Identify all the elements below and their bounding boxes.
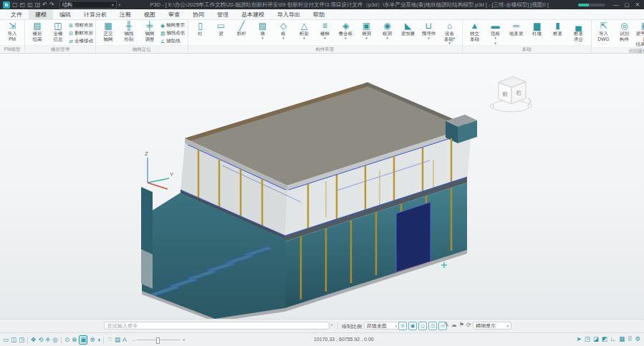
ribbon-button[interactable]: ◈叠合板▾ (336, 21, 356, 39)
zoom-slider-thumb[interactable] (156, 337, 160, 344)
wireframe-icon[interactable]: ⊙ (64, 336, 69, 344)
close-button[interactable]: ✕ (635, 1, 640, 9)
undo-icon[interactable]: ↶ (42, 1, 47, 9)
ribbon-button[interactable]: ╱斜杆 (232, 21, 252, 37)
command-input[interactable] (104, 322, 330, 330)
tab-6[interactable]: 审查 (162, 9, 186, 19)
minimize-button[interactable]: — (613, 1, 619, 9)
new-file-icon[interactable]: ▢ (12, 1, 18, 9)
window-select-icon[interactable]: ◳ (585, 335, 590, 343)
ribbon-button[interactable]: ≡楼梯▾ (315, 21, 335, 39)
tab-3[interactable]: 计算分析 (77, 9, 113, 19)
tab-0[interactable]: 文件 (4, 9, 29, 19)
pin-icon[interactable]: ▪ (119, 2, 120, 7)
sync-icon[interactable]: ⟳ (466, 322, 471, 329)
ribbon-button[interactable]: ▧轴线命名 (160, 29, 186, 37)
grid-icon[interactable]: ▦ (619, 335, 625, 343)
open-file-icon[interactable]: ◰ (20, 1, 26, 9)
render-mode-icon[interactable]: ▣ (79, 335, 87, 345)
ribbon-button[interactable]: ◣梁加腋 (398, 21, 418, 37)
ribbon-button[interactable]: ∠辅助线 (160, 37, 186, 45)
move-icon[interactable]: ✛ (45, 336, 50, 344)
display-mode-select[interactable]: 精细显示 ▾ (473, 322, 511, 330)
tab-9[interactable]: 基本建模 (235, 9, 271, 19)
ribbon-button[interactable]: ▦正交 轴网 (98, 21, 118, 42)
image-icon[interactable]: ▤ (115, 336, 120, 344)
ribbon-button[interactable]: ⇄全楼移动 (69, 37, 93, 45)
orbit-icon[interactable]: ⟲ (38, 336, 43, 344)
shaded-icon[interactable]: ⊕ (72, 336, 77, 344)
text-icon[interactable]: A (122, 336, 127, 344)
ribbon-button[interactable]: ▬筏板 *▾ (486, 21, 506, 44)
app-logo[interactable]: b (3, 1, 10, 9)
save-icon[interactable]: ◱ (27, 1, 33, 9)
box-toggle-icon[interactable]: ▣ (408, 322, 417, 330)
ribbon-button[interactable]: ⊔预埋件▾ (419, 21, 439, 39)
tab-11[interactable]: 帮助 (307, 9, 331, 19)
model-viewport[interactable]: Z Y 前 右 (0, 54, 644, 319)
cloud-icon[interactable]: ☁ (451, 322, 457, 329)
zoom-slider[interactable]: -+ (133, 337, 186, 343)
circle-toggle-icon[interactable]: ⊙ (398, 322, 407, 330)
save-as-icon[interactable]: ◲ (35, 1, 41, 9)
shadow-icon[interactable]: ◑ (97, 336, 100, 344)
collapse-button[interactable]: ^ (327, 322, 336, 330)
tab-5[interactable]: 视图 (138, 9, 162, 19)
window-toggle-icon[interactable]: ◫ (428, 322, 437, 330)
zoom-slider-track[interactable] (137, 340, 180, 340)
sketch-icon[interactable]: ◪ (593, 335, 599, 343)
tab-1[interactable]: 建模 (29, 9, 53, 19)
tab-8[interactable]: 管理 (211, 9, 235, 19)
cursor-icon[interactable]: ➤ (577, 335, 582, 343)
square-toggle-icon[interactable]: ◻ (418, 322, 427, 330)
favorite-icon[interactable]: ♡ (107, 336, 112, 344)
viewports-icon[interactable]: ◫ (11, 336, 16, 344)
ribbon-button[interactable]: ▭梁 (211, 21, 231, 37)
tab-2[interactable]: 编辑 (53, 9, 77, 19)
redo-icon[interactable]: ↷ (49, 1, 54, 9)
ribbon-button[interactable]: ⇲导入 PM (2, 21, 22, 42)
ribbon-button[interactable]: ◎识别 构件 (615, 21, 635, 42)
tab-4[interactable]: 注释 (113, 9, 138, 19)
ribbon-button[interactable]: ◫全楼 信息 (48, 21, 68, 42)
sheet-icon[interactable]: ▭ (3, 336, 9, 344)
ribbon-button[interactable]: ▮桩基 (548, 21, 568, 37)
document-selector[interactable]: 结构 ▾ (59, 1, 117, 9)
ribbon-button[interactable]: ◇板▾ (274, 21, 294, 39)
flag-icon[interactable]: ⚑ (459, 322, 464, 329)
ribbon-button[interactable]: ⊞增标准层 (69, 21, 93, 29)
ribbon-button[interactable]: ▤墙▾ (253, 21, 273, 39)
ribbon-button[interactable]: ▤楼层 组装 (27, 21, 47, 42)
ribbon-button[interactable]: ◉板洞▾ (378, 21, 398, 39)
tab-10[interactable]: 导入导出 (271, 9, 307, 19)
ribbon-button[interactable]: ╫轴线 绘制 (119, 21, 139, 42)
ribbon-button[interactable]: ▣墙洞▾ (357, 21, 377, 39)
settings-icon[interactable]: ⚙ (635, 335, 640, 343)
restore-button[interactable]: ▢ (625, 1, 630, 9)
pan-icon[interactable]: ✥ (31, 336, 36, 344)
angle-icon[interactable]: ∟ (610, 335, 616, 343)
ribbon-button[interactable]: ▄桩基 承台 (569, 21, 589, 42)
ribbon-button[interactable]: ▆柱墩 (527, 21, 547, 37)
ribbon-button[interactable]: △桁架▾ (294, 21, 314, 39)
ribbon-button[interactable]: ⌂设备 基础*▾ (440, 21, 460, 44)
window-tile-icon[interactable]: ◳ (19, 336, 24, 344)
ribbon-button[interactable]: ▣梁平法识别 结果查看 (635, 21, 644, 47)
view-cube[interactable]: 前 右 (489, 74, 536, 115)
ribbon-button[interactable]: ◉轴网显示 (160, 21, 186, 29)
view-cube-rotate-arrow[interactable] (528, 98, 531, 104)
ribbon-button[interactable]: ▲独立 基础 (465, 21, 485, 42)
zoom-in-label[interactable]: + (182, 337, 186, 343)
scale-select[interactable]: 跟随全图 ▾ (364, 322, 400, 330)
pencil-icon[interactable]: ✎ (444, 322, 449, 329)
tab-7[interactable]: 协同 (186, 9, 211, 19)
zoom-out-label[interactable]: - (133, 337, 135, 343)
zoom-icon[interactable]: ◎ (52, 336, 57, 344)
material-icon[interactable]: ⊛ (90, 336, 95, 344)
ribbon-button[interactable]: ╪轴网 调整 (140, 21, 160, 42)
ribbon-button[interactable]: ⇱导入 DWG (594, 21, 614, 42)
ribbon-button[interactable]: ⊟删标准层 (69, 29, 93, 37)
corner-icon[interactable]: ◩ (602, 335, 607, 343)
dots-icon[interactable]: ⠿ (628, 335, 632, 343)
ribbon-button[interactable]: ▯柱 (191, 21, 211, 37)
